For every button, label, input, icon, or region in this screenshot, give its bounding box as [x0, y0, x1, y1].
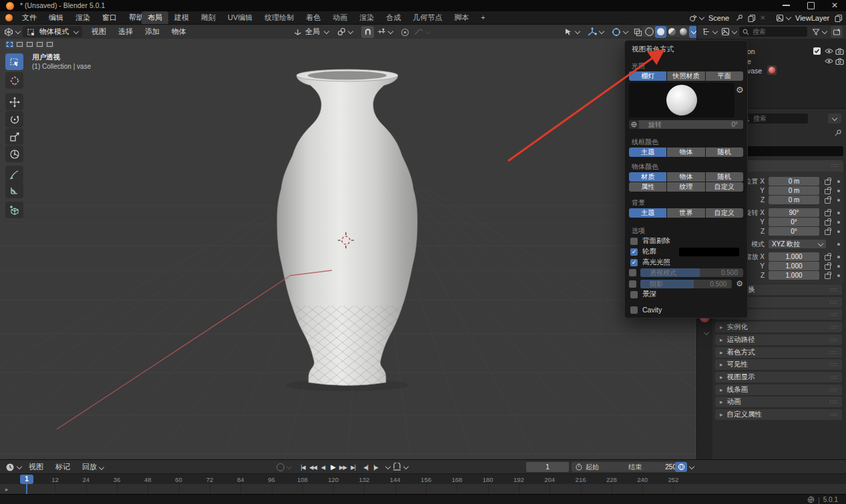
measure-tool-button[interactable] [5, 182, 23, 198]
outline-color-swatch[interactable] [679, 248, 739, 256]
animate-dot-icon[interactable] [837, 265, 840, 268]
segment-option-材质[interactable]: 材质 [629, 172, 666, 182]
segment-option-平面[interactable]: 平面 [706, 71, 743, 81]
checkbox-icon[interactable] [629, 269, 636, 276]
viewport-menu-0[interactable]: 视图 [85, 25, 112, 38]
properties-options-button[interactable] [828, 113, 841, 123]
section-可见性[interactable]: ▸可见性∷∷ [715, 359, 842, 370]
section-线条画[interactable]: ▸线条画∷∷ [715, 385, 842, 395]
pivot-point-selector[interactable] [337, 26, 353, 37]
panel-grip-icon[interactable]: ∷∷ [830, 350, 838, 356]
segment-option-快照材质[interactable]: 快照材质 [667, 71, 704, 81]
timeline-editor-type-button[interactable] [5, 461, 21, 473]
world-space-lighting-icon[interactable] [629, 120, 639, 129]
transform-tool-button[interactable] [5, 146, 23, 162]
lock-icon[interactable] [825, 255, 831, 260]
option-景深[interactable]: 景深 [630, 290, 739, 299]
rotate-tool-button[interactable] [5, 111, 23, 128]
outliner-filter-button[interactable] [812, 26, 827, 37]
workspace-tab-8[interactable]: 合成 [380, 11, 407, 24]
panel-grip-icon[interactable]: ∷∷ [830, 412, 838, 418]
lock-icon[interactable] [825, 264, 831, 270]
workspace-tab-2[interactable]: 雕刻 [195, 11, 222, 24]
lock-icon[interactable] [825, 230, 831, 235]
jump-to-end-button[interactable]: ▶| [348, 462, 358, 473]
workspace-tab-4[interactable]: 纹理绘制 [258, 11, 300, 24]
view-layer-selector[interactable]: ViewLayer ✕ [776, 12, 846, 23]
lock-icon[interactable] [825, 274, 831, 279]
segment-option-纹理[interactable]: 纹理 [667, 182, 704, 192]
frame-start-field[interactable]: 起始 1 [572, 462, 630, 472]
topbar-menu-1[interactable]: 编辑 [43, 11, 69, 24]
gizmos-toggle[interactable] [588, 26, 604, 37]
section-着色方式[interactable]: ▸着色方式∷∷ [715, 347, 842, 358]
panel-grip-icon[interactable]: ∷∷ [830, 362, 838, 368]
snap-target-selector[interactable] [377, 26, 393, 37]
timeline-track[interactable]: ▸ [0, 484, 846, 495]
checkbox-icon[interactable]: ✓ [630, 248, 638, 256]
segment-option-物体[interactable]: 物体 [667, 148, 704, 157]
next-keyframe-button[interactable]: ▶▶ [338, 462, 348, 473]
segment-option-世界[interactable]: 世界 [667, 208, 704, 218]
select-mode-extend-icon[interactable] [15, 41, 24, 48]
animate-dot-icon[interactable] [837, 221, 840, 224]
topbar-menu-3[interactable]: 窗口 [96, 11, 123, 24]
playhead-marker[interactable]: 1 [20, 475, 33, 484]
maximize-button[interactable] [807, 2, 815, 9]
blender-menu-icon[interactable] [5, 14, 13, 21]
proportional-editing-button[interactable] [399, 26, 411, 38]
option-透视模式[interactable]: 透视模式0.500 [629, 268, 743, 277]
panel-grip-icon[interactable]: ∷∷ [830, 324, 838, 330]
scene-selector[interactable]: Scene ✕ [689, 12, 766, 23]
playback-sync-selector[interactable] [675, 462, 694, 472]
checkbox-icon[interactable]: ✓ [630, 259, 638, 266]
animate-dot-icon[interactable] [837, 212, 840, 214]
workspace-tab-11[interactable]: + [475, 11, 491, 24]
checkbox-icon[interactable] [630, 291, 638, 298]
animate-dot-icon[interactable] [837, 230, 840, 233]
preview-range-group[interactable] [393, 461, 408, 473]
transform-value-field[interactable]: 1.000 [769, 262, 819, 270]
viewport-menu-3[interactable]: 物体 [166, 25, 192, 38]
pin-icon[interactable] [736, 14, 743, 21]
properties-tabs-overflow-icon[interactable] [704, 330, 709, 335]
mode-selector[interactable]: 物体模式 [23, 26, 82, 37]
transform-value-field[interactable]: 1.000 [769, 271, 819, 280]
select-mode-subtract-icon[interactable] [25, 41, 34, 48]
workspace-tab-6[interactable]: 动画 [327, 11, 353, 24]
segment-option-物体[interactable]: 物体 [667, 172, 704, 182]
segment-option-随机[interactable]: 随机 [706, 172, 743, 182]
jump-to-start-button[interactable]: |◀ [298, 462, 308, 473]
animate-dot-icon[interactable] [837, 190, 840, 192]
panel-grip-icon[interactable]: ∷∷ [830, 387, 838, 393]
annotate-tool-button[interactable] [5, 166, 23, 182]
timeline-menu-2[interactable]: 回放 [76, 460, 110, 473]
workspace-tab-7[interactable]: 渲染 [353, 11, 380, 24]
proportional-falloff-selector[interactable] [414, 26, 430, 37]
section-自定义属性[interactable]: ▸自定义属性∷∷ [715, 409, 842, 420]
transform-value-field[interactable]: 1.000 [769, 252, 819, 261]
section-视图显示[interactable]: ▸视图显示∷∷ [715, 372, 842, 383]
animate-dot-icon[interactable] [837, 199, 840, 202]
play-button[interactable]: ▶ [328, 462, 338, 473]
studiolight-preview[interactable] [629, 83, 734, 117]
checkbox-icon[interactable] [629, 280, 636, 288]
lock-icon[interactable] [825, 211, 831, 216]
topbar-menu-2[interactable]: 渲染 [69, 11, 96, 24]
workspace-tab-5[interactable]: 着色 [300, 11, 327, 24]
option-轮廓[interactable]: ✓轮廓 [630, 247, 739, 256]
transform-value-field[interactable]: 0° [769, 227, 819, 236]
prev-keyframe-button[interactable]: ◀◀ [308, 462, 318, 473]
option-Cavity[interactable]: Cavity [630, 306, 739, 314]
unlink-scene-icon[interactable]: ✕ [760, 14, 765, 21]
segment-option-主题[interactable]: 主题 [629, 148, 666, 157]
new-scene-icon[interactable] [748, 14, 756, 22]
step-options-chevron-icon[interactable] [385, 464, 391, 469]
workspace-tab-1[interactable]: 建模 [168, 11, 195, 24]
outliner-filter-display[interactable] [721, 26, 736, 37]
shading-solid-button[interactable] [655, 26, 666, 38]
segment-option-主题[interactable]: 主题 [629, 208, 666, 218]
segment-option-随机[interactable]: 随机 [706, 148, 743, 157]
lock-icon[interactable] [825, 189, 831, 194]
topbar-menu-0[interactable]: 文件 [16, 11, 43, 24]
